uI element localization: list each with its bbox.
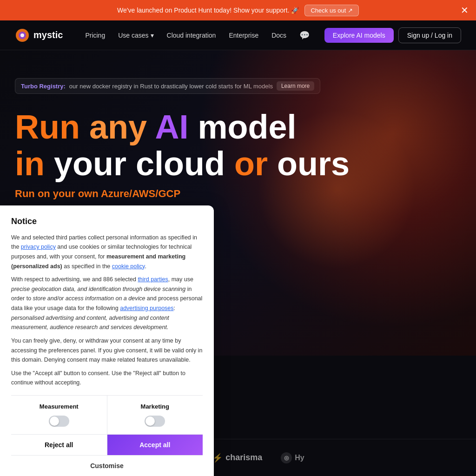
explore-ai-models-button[interactable]: Explore AI models (324, 28, 394, 43)
check-us-out-button[interactable]: Check us out ↗ (304, 5, 359, 16)
accept-all-button[interactable]: Accept all (107, 435, 203, 455)
cookie-buttons: Reject all Accept all Customise (11, 434, 203, 476)
logo[interactable]: mystic (15, 28, 63, 43)
learn-more-button[interactable]: Learn more (277, 81, 314, 91)
adv-purposes-link[interactable]: advertising purposes (120, 305, 173, 311)
cookie-body-4: Use the "Accept all" button to consent. … (11, 369, 203, 388)
turbo-registry-banner: Turbo Registry: our new docker registry … (15, 78, 320, 94)
cookie-title: Notice (11, 217, 203, 226)
heading-or: or (234, 145, 268, 182)
heading-ai: AI (155, 108, 188, 145)
customise-button[interactable]: Customise (11, 455, 203, 476)
mystic-logo-icon (15, 28, 30, 43)
nav-pricing[interactable]: Pricing (79, 29, 111, 42)
cookie-notice: Notice We and selected third parties col… (0, 205, 214, 476)
nav-discord[interactable]: 💬 (294, 27, 315, 43)
svg-point-2 (20, 33, 24, 37)
hero-sub1: Run on your own Azure/AWS/GCP (15, 188, 461, 200)
reject-all-button[interactable]: Reject all (11, 435, 107, 455)
turbo-text: our new docker registry in Rust to drast… (69, 83, 273, 90)
nav-cloud-integration[interactable]: Cloud integration (161, 29, 222, 42)
measurement-toggle-item: Measurement (11, 396, 107, 434)
measurement-toggle-thumb (50, 416, 59, 426)
logo-text: mystic (33, 30, 63, 40)
hero-heading-line1: Run any AI model (15, 109, 461, 145)
nav-use-cases[interactable]: Use cases ▾ (112, 29, 159, 42)
cookie-body-1: We and selected third parties collect pe… (11, 233, 203, 271)
nav-enterprise[interactable]: Enterprise (223, 29, 264, 42)
heading-any: any (89, 108, 147, 145)
brand-charisma: ⚡ charisma (212, 453, 262, 463)
top-banner: We've launched on Product Hunt today! Sh… (0, 0, 476, 20)
banner-text: We've launched on Product Hunt today! Sh… (117, 7, 299, 14)
heading-in: in (15, 145, 45, 182)
banner-close-button[interactable]: ✕ (461, 6, 469, 15)
marketing-label: Marketing (141, 403, 169, 410)
marketing-toggle-item: Marketing (107, 396, 203, 434)
marketing-toggle-thumb (145, 416, 155, 426)
measurement-toggle[interactable] (49, 416, 69, 427)
charisma-icon: ⚡ (212, 453, 223, 463)
nav-docs[interactable]: Docs (266, 29, 292, 42)
brand-hy: ◎ Hy (281, 452, 304, 463)
cookie-policy-link[interactable]: cookie policy (112, 263, 145, 270)
discord-icon: 💬 (299, 30, 310, 40)
chevron-down-icon: ▾ (151, 32, 154, 39)
hero-heading: Run any AI model in your cloud or ours (15, 109, 461, 182)
nav-right: Explore AI models Sign up / Log in (324, 27, 461, 43)
cookie-body-2: With respect to advertising, we and 886 … (11, 275, 203, 332)
privacy-policy-link[interactable]: privacy policy (21, 244, 56, 250)
heading-model: model (198, 108, 296, 145)
heading-your-cloud: your cloud (54, 145, 225, 182)
hero-heading-line2: in your cloud or ours (15, 145, 461, 182)
turbo-label: Turbo Registry: (21, 83, 66, 90)
third-parties-link[interactable]: third parties (138, 276, 168, 283)
measurement-label: Measurement (40, 403, 79, 410)
cookie-toggles: Measurement Marketing (11, 395, 203, 434)
navbar: mystic Pricing Use cases ▾ Cloud integra… (0, 20, 476, 50)
cookie-body-3: You can freely give, deny, or withdraw y… (11, 336, 203, 365)
hy-icon: ◎ (281, 452, 292, 463)
cookie-btn-row: Reject all Accept all (11, 434, 203, 455)
nav-links: Pricing Use cases ▾ Cloud integration En… (79, 27, 324, 43)
heading-ours: ours (277, 145, 350, 182)
marketing-toggle[interactable] (145, 416, 165, 427)
signup-login-button[interactable]: Sign up / Log in (398, 27, 461, 43)
heading-run: Run (15, 108, 80, 145)
